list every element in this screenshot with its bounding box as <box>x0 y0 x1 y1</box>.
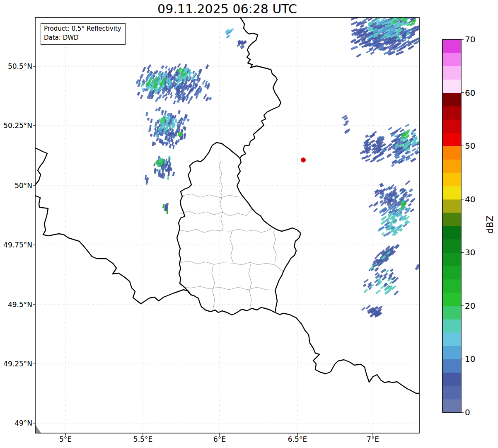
radar-site-marker <box>301 158 306 162</box>
colorbar-tick-label: 30 <box>465 247 475 257</box>
x-tick-label: 5°E <box>59 435 72 443</box>
colorbar-tick-label: 60 <box>465 87 475 97</box>
product-info-box: Product: 0.5° Reflectivity Data: DWD <box>41 23 126 45</box>
colorbar-tick-label: 10 <box>465 354 475 364</box>
colorbar-tick-label: 20 <box>465 300 475 310</box>
plot-title: 09.11.2025 06:28 UTC <box>35 2 419 16</box>
y-tick-label: 49.25°N <box>0 360 32 368</box>
y-tick-label: 50°N <box>0 182 32 190</box>
radar-figure: 09.11.2025 06:28 UTC Product: 0.5° Refle… <box>0 0 498 448</box>
y-tick-label: 49.75°N <box>0 241 32 249</box>
country-borders <box>35 17 419 393</box>
colorbar-tick-label: 70 <box>465 34 475 44</box>
product-info-line1: Product: 0.5° Reflectivity <box>44 24 121 34</box>
x-tick-label: 6°E <box>213 435 226 443</box>
axes-frame <box>33 17 419 436</box>
radar-domain-edge-mask <box>35 424 41 433</box>
x-tick-label: 7°E <box>367 435 379 443</box>
colorbar-tick-label: 50 <box>465 141 475 151</box>
x-tick-label: 5.5°E <box>133 435 152 443</box>
graticule-gridlines <box>35 17 419 433</box>
x-tick-label: 6.5°E <box>288 435 307 443</box>
colorbar-unit-label: dBZ <box>485 216 495 234</box>
radar-echoes <box>135 9 423 317</box>
y-tick-label: 49°N <box>0 419 32 427</box>
colorbar-tick-label: 0 <box>465 407 470 417</box>
colorbar-tick-label: 40 <box>465 194 475 204</box>
product-info-line2: Data: DWD <box>44 34 121 43</box>
map-plot <box>0 0 498 448</box>
luxembourg-canton-borders <box>179 160 283 309</box>
y-tick-label: 49.5°N <box>0 300 32 309</box>
colorbar <box>442 39 464 413</box>
y-tick-label: 50.5°N <box>0 62 32 70</box>
y-tick-label: 50.25°N <box>0 121 32 130</box>
